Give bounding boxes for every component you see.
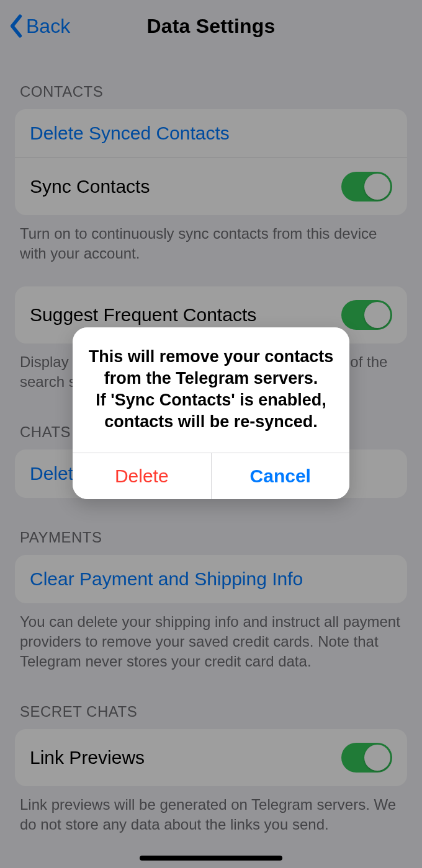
alert-message: This will remove your contacts from the … — [73, 327, 349, 453]
home-indicator[interactable] — [140, 856, 282, 861]
alert-cancel-button[interactable]: Cancel — [211, 453, 350, 499]
alert-actions: Delete Cancel — [73, 453, 349, 499]
alert-delete-button[interactable]: Delete — [73, 453, 211, 499]
confirm-alert: This will remove your contacts from the … — [73, 327, 349, 499]
